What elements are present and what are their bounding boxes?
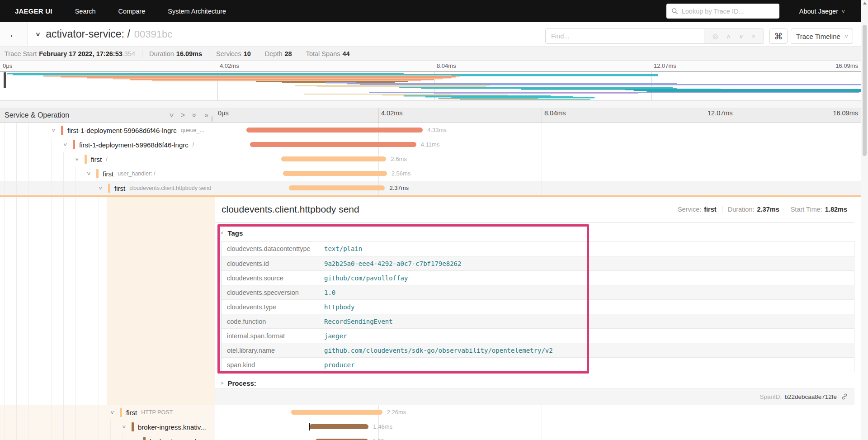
span-row-timeline-cell[interactable]: 4.33ms [215,123,868,137]
expand-one-icon[interactable]: > [181,112,185,119]
tag-row[interactable]: code.functionRecordSendingEvent [222,314,854,328]
minimap-drag-handle[interactable] [4,72,6,88]
tag-row[interactable]: cloudevents.sourcegithub/com/pavolloffay [222,270,854,285]
span-bar[interactable] [246,128,423,132]
span-row-tree-cell[interactable]: >first/ [0,152,215,166]
span-bar[interactable] [291,410,382,415]
tag-value: 1.0 [324,289,335,296]
indent-guide [52,137,52,152]
tag-row[interactable]: internal.span.formatjaeger [222,328,854,343]
span-row[interactable]: >first/2.6ms [0,152,868,166]
page-scrollbar[interactable] [861,0,868,440]
span-row-tree-cell[interactable]: >first-1-deployment-59968d6f46-lngrc/ [0,137,215,152]
indent-guide [28,137,28,152]
scrollbar-thumb[interactable] [863,25,867,156]
column-resize-grip[interactable]: ∥ [211,116,214,122]
trace-id-lookup-input[interactable]: Lookup by Trace ID... [666,4,779,19]
span-row-timeline-cell[interactable]: 2.26ms [215,405,868,420]
span-bar[interactable] [283,171,387,176]
chevron-down-icon[interactable]: > [109,411,115,414]
span-row-tree-cell[interactable]: >first-1-deployment-59968d6f46-lngrcqueu… [0,123,215,137]
service-color-strip [132,422,134,431]
tags-section-toggle[interactable]: > Tags [221,228,854,237]
back-button[interactable]: ← [0,22,28,46]
span-row[interactable]: >firstHTTP POST2.26ms [0,405,868,420]
span-row-tree-cell[interactable]: >broker-ingress.knativ... [0,420,215,434]
minimap-canvas [0,72,868,100]
span-row-timeline-cell[interactable]: 1.46ms [215,420,868,434]
span-row-tree-cell[interactable]: >firstHTTP POST [0,405,215,420]
span-row-timeline-cell[interactable]: 2.6ms [215,152,868,166]
time-tick-label: 0μs [3,62,12,69]
time-tick-label: 8.04ms [544,109,566,117]
about-jaeger-menu[interactable]: About Jaeger > [799,8,844,15]
span-row-tree-cell[interactable]: >firstuser_handler: / [0,166,215,181]
scrollbar-up-arrow[interactable] [863,2,867,5]
chevron-down-icon[interactable]: > [121,425,127,428]
tag-row[interactable]: span.kindproducer [222,357,854,372]
span-bar[interactable] [281,156,386,161]
tag-row[interactable]: cloudevents.datacontenttypetext/plain [222,241,854,256]
expand-all-icon[interactable]: » [204,112,208,119]
span-row[interactable]: >first-1-deployment-59968d6f46-lngrc/4.1… [0,137,868,152]
search-icon [671,8,678,14]
chevron-down-icon[interactable]: > [74,157,80,161]
collapse-one-icon[interactable]: > [167,113,175,117]
tags-table: cloudevents.datacontenttypetext/plainclo… [221,241,854,372]
match-scope-icon[interactable]: ◎ [712,33,718,40]
chevron-down-icon: > [219,232,225,234]
span-bar[interactable] [289,185,385,190]
top-nav: JAEGER UI Search Compare System Architec… [0,0,868,22]
divider [209,50,209,57]
tag-row[interactable]: otel.library.namegithub.com/cloudevents/… [222,343,854,357]
time-tick-label: 4.02ms [220,62,239,69]
span-row-tree-cell[interactable]: >broker-ingress.kn... [0,434,215,440]
tag-row[interactable]: cloudevents.typehttpbody [222,299,854,314]
operation-name: HTTP POST [141,409,173,416]
process-section-toggle[interactable]: > Process: [221,378,854,388]
indent-guide [63,420,64,434]
tag-row[interactable]: cloudevents.specversion1.0 [222,285,854,299]
indent-guide [63,166,64,181]
nav-item-compare[interactable]: Compare [118,8,146,15]
tag-key: code.function [222,318,324,325]
span-bar[interactable] [309,424,368,429]
span-row-timeline-cell[interactable]: 2.56ms [215,166,868,181]
next-result-icon[interactable]: ∨ [739,33,744,40]
indent-guide [63,152,64,166]
indent-guide [40,123,40,137]
indent-guide [75,405,75,420]
span-row-labels: broker-ingress.knativ... [138,420,206,434]
trace-start-fraction: .354 [123,50,135,57]
span-row[interactable]: >firstcloudevents.client.httpbody send2.… [0,181,868,195]
span-row-tree-cell[interactable]: >firstcloudevents.client.httpbody send [0,181,215,195]
span-row-timeline-cell[interactable]: 1.28ms [215,434,868,440]
link-icon[interactable] [841,393,848,400]
span-row[interactable]: >broker-ingress.knativ...1.46ms [0,420,868,434]
timeline-gridline [542,123,542,137]
keyboard-shortcuts-button[interactable]: ⌘ [769,28,788,44]
chevron-down-icon[interactable]: > [97,186,104,189]
find-input[interactable] [546,29,704,43]
service-color-strip [85,155,87,164]
clear-search-icon[interactable]: × [752,33,755,40]
tag-key: cloudevents.datacontenttype [222,245,324,252]
span-row-timeline-cell[interactable]: 2.37ms [215,181,868,195]
collapse-all-icon[interactable]: » [191,113,198,117]
span-row[interactable]: >broker-ingress.kn...1.28ms [0,434,868,440]
span-bar[interactable] [250,142,416,147]
minimap-range-selector[interactable] [0,71,868,100]
chevron-down-icon[interactable]: > [50,128,57,132]
app-logo[interactable]: JAEGER UI [15,7,52,15]
tag-row[interactable]: cloudevents.id9a2b25a0-eee4-4292-a0c7-c7… [222,256,854,270]
chevron-down-icon[interactable]: > [62,143,68,146]
collapse-trace-chevron-icon[interactable]: > [34,32,42,36]
prev-result-icon[interactable]: ∧ [726,33,731,40]
trace-view-selector[interactable]: Trace Timeline > [791,28,853,44]
span-row-timeline-cell[interactable]: 4.11ms [215,137,868,152]
span-row[interactable]: >firstuser_handler: /2.56ms [0,166,868,181]
chevron-down-icon[interactable]: > [85,172,92,175]
span-row[interactable]: >first-1-deployment-59968d6f46-lngrcqueu… [0,123,868,137]
nav-item-system-architecture[interactable]: System Architecture [168,8,226,15]
nav-item-search[interactable]: Search [75,8,96,15]
